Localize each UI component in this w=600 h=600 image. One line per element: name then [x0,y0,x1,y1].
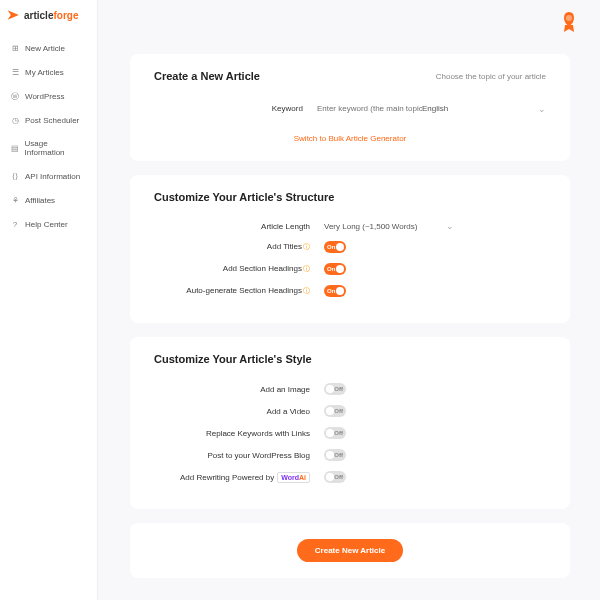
file-plus-icon: ⊞ [10,43,20,53]
video-label: Add a Video [154,407,324,416]
help-icon[interactable]: ⓘ [303,287,310,294]
nav-api[interactable]: ⟨⟩API Information [4,164,93,188]
wordai-logo: WordAi [277,472,310,483]
titles-label: Add Titlesⓘ [154,242,324,252]
help-icon: ? [10,219,20,229]
replace-links-toggle[interactable]: Off [324,427,346,439]
nav-label: My Articles [25,68,64,77]
nav-help[interactable]: ?Help Center [4,212,93,236]
create-article-card: Create a New Article Choose the topic of… [130,54,570,161]
article-length-select[interactable]: Very Long (~1,500 Words) [324,221,454,231]
help-icon[interactable]: ⓘ [303,243,310,250]
keyword-input[interactable] [317,100,422,117]
info-icon: ▤ [10,143,20,153]
autogen-label: Auto-generate Section Headingsⓘ [154,286,324,296]
card-title: Create a New Article [154,70,260,82]
create-article-button[interactable]: Create New Article [297,539,403,562]
bulk-generator-link[interactable]: Switch to Bulk Article Generator [294,134,407,143]
language-value: English [422,104,448,113]
nav-post-scheduler[interactable]: ◷Post Scheduler [4,108,93,132]
nav-label: New Article [25,44,65,53]
keyword-label: Keyword [154,104,317,113]
add-video-toggle[interactable]: Off [324,405,346,417]
wordpress-toggle[interactable]: Off [324,449,346,461]
structure-card: Customize Your Article's Structure Artic… [130,175,570,323]
submit-card: Create New Article [130,523,570,578]
award-badge-icon[interactable] [560,12,578,32]
nav-label: Affiliates [25,196,55,205]
autogen-headings-toggle[interactable]: On [324,285,346,297]
logo-icon [6,8,22,22]
list-icon: ☰ [10,67,20,77]
links-label: Replace Keywords with Links [154,429,324,438]
rewrite-label: Add Rewriting Powered byWordAi [154,472,324,483]
headings-label: Add Section Headingsⓘ [154,264,324,274]
code-icon: ⟨⟩ [10,171,20,181]
add-titles-toggle[interactable]: On [324,241,346,253]
image-label: Add an Image [154,385,324,394]
wordpress-icon: ⓦ [10,91,20,101]
card-subtitle: Choose the topic of your article [436,72,546,81]
style-card: Customize Your Article's Style Add an Im… [130,337,570,509]
nav-label: API Information [25,172,80,181]
nav-affiliates[interactable]: ⚘Affiliates [4,188,93,212]
nav-label: WordPress [25,92,64,101]
help-icon[interactable]: ⓘ [303,265,310,272]
users-icon: ⚘ [10,195,20,205]
card-title: Customize Your Article's Structure [154,191,334,203]
nav-new-article[interactable]: ⊞New Article [4,36,93,60]
logo-text: articleforge [24,10,78,21]
add-headings-toggle[interactable]: On [324,263,346,275]
svg-point-0 [566,15,572,21]
logo[interactable]: articleforge [0,0,97,36]
nav-label: Help Center [25,220,68,229]
language-select[interactable]: English [422,104,546,114]
nav-my-articles[interactable]: ☰My Articles [4,60,93,84]
card-title: Customize Your Article's Style [154,353,312,365]
nav-label: Post Scheduler [25,116,79,125]
length-label: Article Length [154,222,324,231]
nav-usage[interactable]: ▤Usage Information [4,132,93,164]
rewriting-toggle[interactable]: Off [324,471,346,483]
wp-label: Post to your WordPress Blog [154,451,324,460]
nav-label: Usage Information [25,139,87,157]
nav-wordpress[interactable]: ⓦWordPress [4,84,93,108]
length-value: Very Long (~1,500 Words) [324,222,417,231]
add-image-toggle[interactable]: Off [324,383,346,395]
clock-icon: ◷ [10,115,20,125]
